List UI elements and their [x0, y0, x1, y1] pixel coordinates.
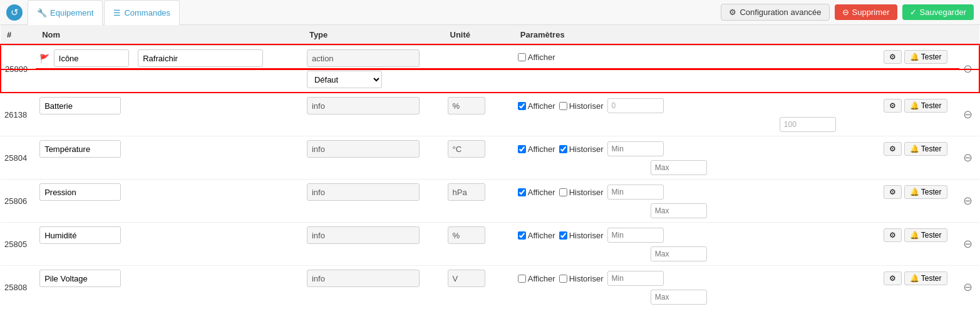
afficher-label-26138: Afficher [518, 101, 555, 111]
min-input-25808[interactable] [607, 271, 664, 286]
supprimer-button[interactable]: ⊖ Supprimer [835, 4, 897, 20]
row-params-second-25806 [514, 202, 880, 223]
max-input-25804[interactable] [651, 160, 707, 175]
config-btn-25806[interactable]: ⚙ [884, 185, 902, 199]
table-row-second-26138 [1, 116, 979, 136]
save-label: Sauvegarder [920, 8, 966, 17]
afficher-checkbox-25805[interactable] [518, 231, 526, 240]
remove-btn-25805[interactable]: ⊖ [963, 238, 972, 250]
save-icon: ✓ [910, 8, 917, 17]
col-header-actions [880, 25, 960, 45]
remove-btn-26138[interactable]: ⊖ [963, 109, 972, 120]
row-id-25809: 25809 [1, 45, 36, 93]
row-name-cell-26138 [36, 93, 303, 116]
name-extra-input-25809[interactable] [138, 49, 263, 67]
top-right-buttons: ⚙ Configuration avancée ⊖ Supprimer ✓ Sa… [721, 4, 974, 21]
col-header-id: # [1, 25, 36, 45]
row-type-cell-25808: info [303, 266, 444, 289]
afficher-checkbox-26138[interactable] [518, 102, 526, 110]
tester-btn-25806[interactable]: 🔔 Tester [904, 185, 947, 199]
historiser-checkbox-26138[interactable] [559, 102, 567, 110]
row-remove-25809: ⊖ [959, 45, 979, 93]
table-row-second-25806 [1, 202, 979, 223]
tab-commandes[interactable]: ☰ Commandes [104, 0, 180, 25]
name-input-25805[interactable] [39, 226, 121, 244]
max-input-25805[interactable] [651, 246, 707, 261]
config-btn-25805[interactable]: ⚙ [884, 228, 902, 242]
row-params-second-26138 [514, 116, 880, 136]
tester-btn-25804[interactable]: 🔔 Tester [904, 142, 947, 156]
name-input-25808[interactable] [39, 270, 121, 287]
afficher-label-25805: Afficher [518, 231, 555, 240]
max-input-26138[interactable] [780, 117, 836, 132]
historiser-label-25806: Historiser [559, 188, 604, 197]
bell-icon-26138: 🔔 [910, 101, 919, 110]
row-name-cell-25805 [36, 223, 303, 246]
min-input-25806[interactable] [607, 185, 664, 200]
historiser-label-25808: Historiser [559, 274, 604, 283]
col-header-type: Type [303, 25, 444, 45]
historiser-checkbox-25805[interactable] [559, 231, 567, 240]
commandes-tab-label: Commandes [124, 8, 170, 18]
type-display-25806: info [307, 183, 420, 201]
historiser-checkbox-25806[interactable] [559, 188, 567, 196]
afficher-checkbox-25808[interactable] [518, 275, 526, 283]
remove-btn-25804[interactable]: ⊖ [963, 152, 972, 163]
historiser-checkbox-25804[interactable] [559, 145, 567, 153]
config-avancee-button[interactable]: ⚙ Configuration avancée [721, 4, 829, 21]
remove-btn-25806[interactable]: ⊖ [963, 195, 972, 206]
table-row-second-25808 [1, 288, 979, 308]
row-type-cell-25805: info [303, 223, 444, 246]
max-input-25808[interactable] [651, 290, 707, 305]
sauvegarder-button[interactable]: ✓ Sauvegarder [902, 4, 974, 20]
table-header-row: # Nom Type Unité Paramètres [1, 25, 979, 45]
row-actions-25805: ⚙ 🔔 Tester [880, 223, 960, 246]
name-input-26138[interactable] [39, 97, 121, 114]
name-input-25804[interactable] [39, 140, 121, 158]
table-row-25805: 25805 info % Afficher Historiser [1, 223, 979, 246]
tester-btn-25808[interactable]: 🔔 Tester [904, 271, 947, 285]
type-display-25805: info [307, 226, 420, 244]
type-select-25809[interactable]: Défaut [307, 71, 382, 88]
remove-btn-25808[interactable]: ⊖ [963, 281, 972, 293]
remove-btn-25809[interactable]: ⊖ [963, 63, 972, 74]
config-btn-26138[interactable]: ⚙ [884, 99, 902, 113]
table-row-second-25804 [1, 159, 979, 180]
max-input-25806[interactable] [651, 203, 707, 218]
unite-display-25804: °C [448, 140, 485, 158]
tester-btn-25809[interactable]: 🔔 Tester [904, 50, 947, 64]
row-id-25806: 25806 [1, 180, 36, 223]
table-row-second-25809: Défaut [1, 69, 979, 93]
name-input-25809[interactable] [54, 49, 129, 67]
afficher-checkbox-25806[interactable] [518, 188, 526, 196]
row-actions-25806: ⚙ 🔔 Tester [880, 180, 960, 203]
table-row-25804: 25804 info °C Afficher Historiser [1, 136, 979, 160]
historiser-label-26138: Historiser [559, 101, 604, 111]
historiser-checkbox-25808[interactable] [559, 275, 567, 283]
row-id-25805: 25805 [1, 223, 36, 266]
tester-btn-26138[interactable]: 🔔 Tester [904, 99, 947, 113]
name-input-25806[interactable] [39, 183, 121, 201]
home-button[interactable]: ↺ [6, 4, 23, 21]
name-icon-25809: 🚩 [39, 54, 49, 63]
min-input-25805[interactable] [607, 228, 664, 243]
type-display-25804: info [307, 140, 420, 158]
afficher-label-25808: Afficher [518, 274, 555, 283]
equipement-tab-icon: 🔧 [37, 8, 47, 18]
afficher-checkbox-25809[interactable] [518, 53, 526, 61]
col-header-nom: Nom [36, 25, 303, 45]
afficher-checkbox-25804[interactable] [518, 145, 526, 153]
tester-btn-25805[interactable]: 🔔 Tester [904, 228, 947, 242]
config-btn-25808[interactable]: ⚙ [884, 271, 902, 285]
row-actions-26138: ⚙ 🔔 Tester [880, 93, 960, 116]
row-name-cell-25804 [36, 136, 303, 160]
tab-equipement[interactable]: 🔧 Equipement [28, 0, 103, 25]
min-input-25804[interactable] [607, 141, 664, 156]
delete-icon: ⊖ [842, 8, 849, 17]
table-row: 25809 🚩 action Afficher [1, 45, 979, 69]
row-params-second-25804 [514, 159, 880, 180]
unite-display-25805: % [448, 226, 485, 244]
config-btn-25809[interactable]: ⚙ [884, 50, 902, 64]
config-btn-25804[interactable]: ⚙ [884, 142, 902, 156]
min-input-26138[interactable] [607, 98, 664, 113]
